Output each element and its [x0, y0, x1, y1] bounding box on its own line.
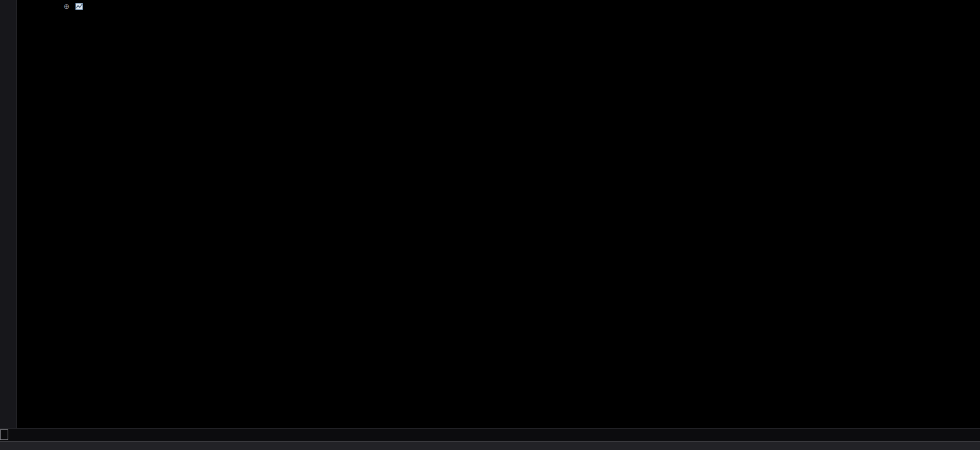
chart-type-sidebar [0, 0, 17, 441]
indicator-toolbar [0, 441, 980, 450]
kline-indicator-icon [75, 3, 83, 10]
date-tooltip [0, 429, 8, 440]
trading-chart-app: ⊕ [0, 0, 980, 450]
circle-plus-icon[interactable]: ⊕ [64, 2, 69, 11]
chart-header: ⊕ [52, 2, 95, 11]
date-axis-bar [0, 428, 980, 442]
chart-canvas[interactable] [0, 0, 980, 450]
